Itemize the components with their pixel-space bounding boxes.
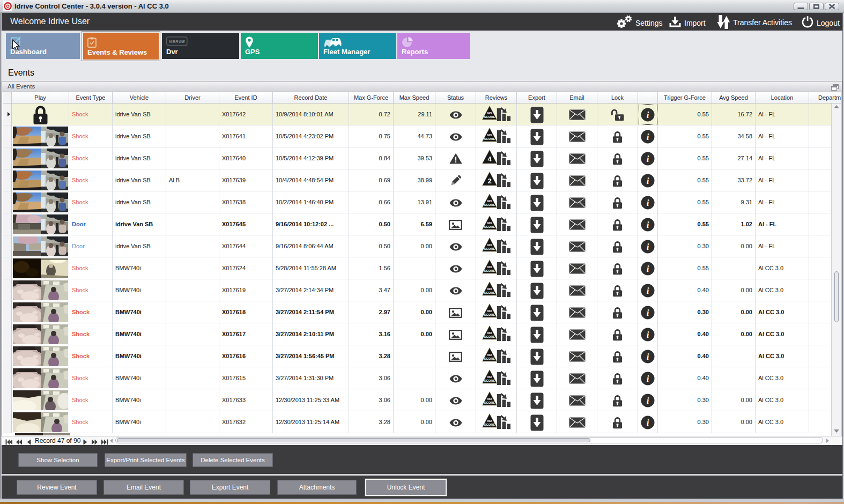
svg-text:i: i — [647, 220, 649, 230]
svg-text:i: i — [647, 176, 649, 186]
svg-text:SCORE: SCORE — [484, 401, 495, 404]
svg-text:i: i — [647, 154, 649, 164]
svg-text:i: i — [647, 418, 649, 428]
svg-text:NO: NO — [487, 221, 492, 225]
svg-text:SCORE: SCORE — [484, 357, 495, 360]
svg-text:NO: NO — [487, 134, 492, 137]
svg-text:2: 2 — [487, 177, 491, 185]
svg-text:NO: NO — [487, 112, 492, 115]
svg-text:i: i — [647, 330, 649, 340]
svg-text:SCORE: SCORE — [484, 225, 495, 228]
svg-text:SCORE: SCORE — [484, 423, 495, 426]
svg-text:SCORE: SCORE — [484, 269, 495, 272]
svg-text:i: i — [647, 242, 649, 252]
svg-text:SCORE: SCORE — [484, 313, 495, 316]
svg-text:SCORE: SCORE — [484, 379, 495, 382]
svg-text:MERGE: MERGE — [169, 39, 186, 44]
svg-text:NO: NO — [487, 287, 492, 291]
svg-text:i: i — [647, 396, 649, 406]
svg-text:NO: NO — [487, 419, 492, 423]
svg-text:SCORE: SCORE — [484, 247, 495, 250]
svg-text:SCORE: SCORE — [484, 335, 495, 338]
svg-text:4: 4 — [487, 155, 492, 163]
svg-text:NO: NO — [487, 243, 492, 247]
svg-text:i: i — [647, 198, 649, 208]
svg-text:NO: NO — [487, 375, 492, 379]
svg-text:i: i — [647, 308, 649, 318]
svg-text:i: i — [647, 110, 649, 120]
svg-text:NO: NO — [487, 397, 492, 401]
svg-text:i: i — [647, 132, 649, 142]
svg-text:i: i — [647, 352, 649, 362]
svg-text:i: i — [647, 286, 649, 296]
svg-text:SCORE: SCORE — [484, 137, 495, 140]
svg-text:SCORE: SCORE — [484, 291, 495, 294]
svg-text:i: i — [647, 374, 649, 384]
svg-text:SCORE: SCORE — [484, 115, 495, 118]
svg-text:SCORE: SCORE — [484, 203, 495, 206]
svg-text:NO: NO — [487, 265, 492, 269]
svg-text:NO: NO — [487, 331, 492, 335]
svg-text:i: i — [647, 264, 649, 274]
svg-text:NO: NO — [487, 309, 492, 313]
svg-text:NO: NO — [487, 353, 492, 357]
svg-text:NO: NO — [487, 199, 492, 203]
